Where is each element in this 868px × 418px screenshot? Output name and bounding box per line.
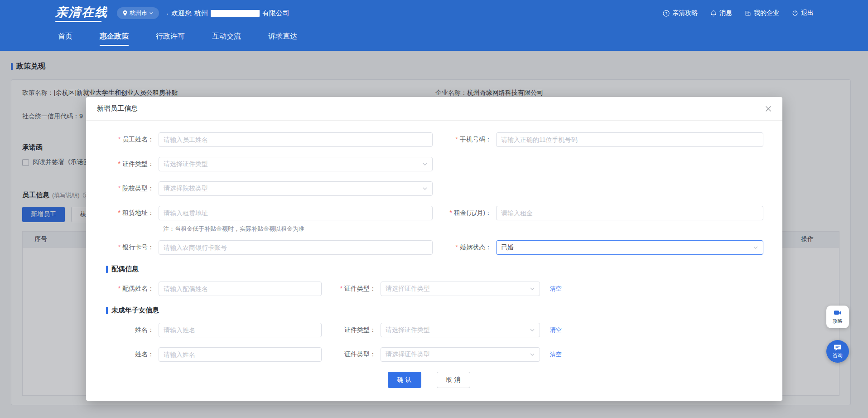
employee-name-label: 员工姓名：	[86, 136, 159, 144]
child-clear-link-2[interactable]: 清空	[550, 350, 562, 359]
form-row-school: 院校类型： 请选择院校类型	[86, 181, 772, 196]
chevron-down-icon	[149, 11, 154, 15]
id-type-label: 证件类型：	[86, 160, 159, 168]
spouse-clear-link[interactable]: 清空	[550, 285, 562, 293]
consult-float-button[interactable]: 咨询	[826, 340, 849, 363]
spouse-name-label: 配偶姓名：	[86, 285, 159, 293]
marital-status-select[interactable]: 已婚	[496, 240, 763, 255]
guide-link[interactable]: ? 亲清攻略	[663, 9, 698, 17]
school-type-select[interactable]: 请选择院校类型	[159, 181, 433, 196]
header-links: ? 亲清攻略 消息 我的企业 退出	[663, 9, 814, 17]
chat-video-icon	[834, 310, 842, 317]
rent-input[interactable]	[496, 206, 763, 220]
chevron-down-icon	[422, 186, 428, 191]
child-id-type-select-2[interactable]: 请选择证件类型	[381, 347, 540, 362]
rental-address-label: 租赁地址：	[86, 209, 159, 217]
confirm-button[interactable]: 确 认	[388, 372, 421, 388]
id-type-select[interactable]: 请选择证件类型	[159, 157, 433, 171]
employee-name-input[interactable]	[159, 132, 433, 147]
cancel-button[interactable]: 取 消	[437, 372, 470, 388]
chevron-down-icon	[530, 352, 535, 357]
nav-appeal[interactable]: 诉求直达	[268, 26, 297, 51]
form-row-address-rent: 租赁地址： 租金(元/月)：	[86, 206, 772, 220]
logout-link-label: 退出	[801, 9, 814, 17]
spouse-section-title: 配偶信息	[106, 265, 772, 273]
my-company-link[interactable]: 我的企业	[745, 9, 779, 17]
modal-footer: 确 认 取 消	[86, 372, 772, 391]
children-section-title: 未成年子女信息	[106, 306, 772, 315]
svg-text:?: ?	[665, 11, 667, 15]
rent-label: 租金(元/月)：	[442, 209, 496, 217]
city-label: 杭州市	[130, 9, 147, 17]
child-name-input-2[interactable]	[159, 347, 322, 362]
nav-license[interactable]: 行政许可	[156, 26, 185, 51]
chevron-down-icon	[753, 245, 758, 250]
modal-title: 新增员工信息	[97, 104, 138, 113]
separator-dot: ·	[166, 10, 169, 17]
child-name-label-2: 姓名：	[86, 350, 159, 359]
nav-home[interactable]: 首页	[58, 26, 72, 51]
spouse-id-type-label: 证件类型：	[331, 285, 381, 293]
spouse-name-input[interactable]	[159, 282, 322, 296]
phone-label: 手机号码：	[442, 136, 496, 144]
welcome-label: 欢迎您	[171, 9, 192, 18]
redacted-company-name	[211, 10, 260, 17]
header: 亲清在线 杭州市 · 欢迎您 杭州有限公司 ? 亲清攻略 消息 我的企业	[0, 0, 868, 51]
form-row-name-phone: 员工姓名： 手机号码：	[86, 132, 772, 147]
location-pin-icon	[122, 10, 128, 16]
rental-address-input[interactable]	[159, 206, 433, 220]
floating-widgets: 攻略 咨询	[826, 306, 849, 363]
building-icon	[745, 10, 751, 16]
messages-link[interactable]: 消息	[710, 9, 732, 17]
form-row-child-2: 姓名： 证件类型： 请选择证件类型 清空	[86, 347, 772, 362]
form-row-spouse: 配偶姓名： 证件类型： 请选择证件类型 清空	[86, 282, 772, 296]
child-name-label-1: 姓名：	[86, 326, 159, 334]
section-accent-bar	[106, 307, 108, 314]
form-row-idtype: 证件类型： 请选择证件类型	[86, 157, 772, 171]
logo[interactable]: 亲清在线	[55, 4, 108, 22]
city-selector[interactable]: 杭州市	[117, 7, 159, 19]
nav-policies[interactable]: 惠企政策	[100, 26, 129, 51]
school-type-label: 院校类型：	[86, 185, 159, 193]
section-accent-bar	[106, 266, 108, 273]
modal-body: 员工姓名： 手机号码： 证件类型： 请选择证件类型 院校类型： 请选择院校类型 …	[86, 121, 782, 401]
nav-interaction[interactable]: 互动交流	[212, 26, 241, 51]
child-clear-link-1[interactable]: 清空	[550, 326, 562, 334]
child-id-type-label-1: 证件类型：	[331, 326, 381, 334]
chevron-down-icon	[530, 286, 535, 292]
question-circle-icon: ?	[663, 10, 670, 17]
chevron-down-icon	[530, 327, 535, 333]
child-name-input-1[interactable]	[159, 323, 322, 337]
power-icon	[792, 10, 798, 16]
add-employee-modal: 新增员工信息 员工姓名： 手机号码： 证件类型： 请选择证件类型 院校类型： 请…	[86, 97, 782, 401]
bell-icon	[710, 10, 717, 17]
my-company-link-label: 我的企业	[754, 9, 779, 17]
bank-card-label: 银行卡号：	[86, 243, 159, 252]
messages-link-label: 消息	[719, 9, 732, 17]
child-id-type-label-2: 证件类型：	[331, 350, 381, 359]
company-name-prefix: 杭州	[194, 9, 208, 18]
main-nav: 首页 惠企政策 行政许可 互动交流 诉求直达	[0, 26, 868, 51]
company-name-suffix: 有限公司	[262, 9, 289, 18]
guide-float-button[interactable]: 攻略	[826, 306, 849, 328]
marital-status-label: 婚姻状态：	[442, 243, 496, 252]
spouse-id-type-select[interactable]: 请选择证件类型	[381, 282, 540, 296]
logout-link[interactable]: 退出	[792, 9, 814, 17]
rent-note: 注：当租金低于补贴金额时，实际补贴金额以租金为准	[163, 225, 772, 233]
guide-link-label: 亲清攻略	[672, 9, 698, 17]
child-id-type-select-1[interactable]: 请选择证件类型	[381, 323, 540, 337]
modal-header: 新增员工信息	[86, 97, 782, 121]
form-row-child-1: 姓名： 证件类型： 请选择证件类型 清空	[86, 323, 772, 337]
phone-number-input[interactable]	[496, 132, 763, 147]
chat-bubble-icon	[834, 344, 842, 351]
welcome-text: · 欢迎您 杭州有限公司	[166, 9, 289, 18]
topbar: 亲清在线 杭州市 · 欢迎您 杭州有限公司 ? 亲清攻略 消息 我的企业	[0, 0, 868, 26]
form-row-bank-marital: 银行卡号： 婚姻状态： 已婚	[86, 240, 772, 255]
close-icon[interactable]	[765, 106, 772, 112]
bank-card-input[interactable]	[159, 240, 433, 255]
chevron-down-icon	[422, 161, 428, 167]
